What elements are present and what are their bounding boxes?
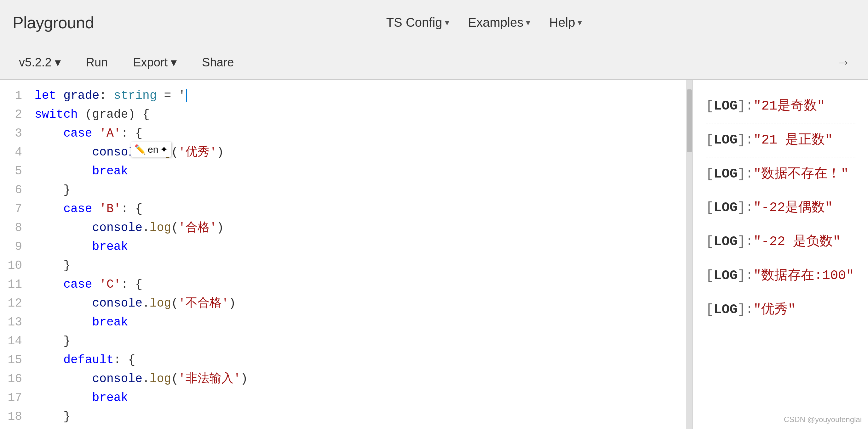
line-content: break [32, 237, 692, 256]
text-cursor [186, 89, 187, 102]
code-token [35, 164, 92, 178]
code-token: log [150, 372, 171, 386]
export-chevron: ▾ [171, 56, 177, 69]
code-token: let [35, 89, 63, 102]
code-token: break [92, 164, 128, 178]
log-bracket-close: ] [738, 301, 745, 319]
code-token [35, 391, 92, 404]
log-value: "数据不存在！" [753, 165, 848, 184]
code-line: 11 case 'C': { [0, 275, 692, 294]
scrollbar-thumb[interactable] [687, 89, 692, 152]
code-token: '合格' [178, 221, 217, 234]
line-content: } [32, 181, 692, 200]
collapse-button[interactable]: → [832, 51, 856, 73]
line-content: break [32, 162, 692, 181]
ime-tooltip: ✏️ en ✦ [131, 142, 172, 157]
line-content: break [32, 388, 692, 407]
help-chevron: ▾ [578, 17, 582, 28]
code-line: 6 } [0, 181, 692, 200]
line-number: 15 [0, 351, 32, 369]
code-token: console [35, 296, 143, 310]
version-button[interactable]: v5.2.2 ▾ [12, 52, 67, 72]
line-number: 19 [0, 426, 32, 429]
code-token: grade [63, 89, 99, 102]
code-token: case [35, 127, 92, 140]
log-value: "21是奇数" [753, 97, 825, 116]
line-content: switch (grade) { [32, 105, 692, 124]
code-token: break [92, 316, 128, 329]
log-entry: [LOG]: "21是奇数" [706, 89, 856, 123]
code-token: = ' [157, 89, 186, 102]
code-token: case [35, 202, 92, 216]
line-content: console.log('合格') [32, 219, 692, 237]
share-button[interactable]: Share [196, 53, 240, 72]
line-number: 5 [0, 162, 32, 181]
code-token: log [150, 296, 171, 310]
code-line: 3 case 'A': { [0, 124, 692, 143]
nav-item-tsconfig[interactable]: TS Config ▾ [380, 12, 456, 33]
nav-item-examples[interactable]: Examples ▾ [462, 12, 537, 33]
code-token [92, 277, 99, 291]
log-bracket-close: ] [738, 131, 745, 150]
code-area[interactable]: 1let grade: string = '2switch (grade) {3… [0, 80, 692, 429]
code-token: (grade) { [78, 108, 150, 121]
line-content: case 'C': { [32, 275, 692, 294]
log-colon: : [745, 301, 753, 319]
line-content: break [32, 313, 692, 332]
nav-item-help[interactable]: Help ▾ [543, 12, 588, 33]
line-number: 9 [0, 237, 32, 256]
log-colon: : [745, 97, 753, 116]
log-entry: [LOG]: "21 是正数" [706, 123, 856, 157]
version-label: v5.2.2 [19, 56, 52, 69]
line-number: 3 [0, 124, 32, 143]
version-chevron: ▾ [55, 56, 61, 69]
top-nav: Playground TS Config ▾ Examples ▾ Help ▾ [0, 0, 868, 45]
code-token: log [150, 221, 171, 234]
log-bracket-close: ] [738, 97, 745, 116]
code-line: 5 break [0, 162, 692, 181]
code-line: 14 } [0, 332, 692, 351]
code-token: : [99, 89, 114, 102]
code-token: ) [229, 296, 236, 310]
code-token: } [35, 410, 70, 423]
code-token: } [35, 183, 70, 197]
code-token: } [35, 259, 70, 272]
code-line: 13 break [0, 313, 692, 332]
toolbar-right: → [832, 51, 856, 73]
code-line: 7 case 'B': { [0, 200, 692, 219]
log-colon: : [745, 233, 753, 251]
line-content: console.log('不合格') [32, 294, 692, 313]
code-token: ( [171, 296, 178, 310]
log-bracket: [ [706, 267, 714, 285]
export-button[interactable]: Export ▾ [127, 52, 183, 72]
editor-scrollbar[interactable] [686, 80, 692, 429]
run-button[interactable]: Run [80, 53, 114, 72]
code-line: 9 break [0, 237, 692, 256]
code-line: 10 } [0, 256, 692, 275]
code-token: ) [217, 221, 224, 234]
output-panel: [LOG]: "21是奇数"[LOG]: "21 是正数"[LOG]: "数据不… [693, 80, 868, 429]
watermark: CSDN @youyoufenglai [784, 415, 862, 424]
code-token: break [92, 391, 128, 404]
code-token: case [35, 277, 92, 291]
line-content: } [32, 256, 692, 275]
log-entry: [LOG]: "-22 是负数" [706, 225, 856, 259]
code-line: 15 default: { [0, 351, 692, 369]
code-token: '不合格' [178, 296, 229, 310]
code-token: 'A' [99, 127, 121, 140]
line-number: 18 [0, 407, 32, 426]
line-number: 11 [0, 275, 32, 294]
log-value: "-22 是负数" [753, 233, 841, 251]
nav-menu: TS Config ▾ Examples ▾ Help ▾ [113, 12, 856, 33]
toolbar: v5.2.2 ▾ Run Export ▾ Share → [0, 45, 868, 80]
log-bracket-close: ] [738, 165, 745, 184]
app-title: Playground [12, 13, 94, 32]
log-colon: : [745, 131, 753, 150]
log-label: LOG [714, 165, 738, 184]
code-token: string [114, 89, 157, 102]
editor-panel[interactable]: 1let grade: string = '2switch (grade) {3… [0, 80, 693, 429]
code-token: . [143, 221, 150, 234]
log-bracket: [ [706, 97, 714, 116]
log-entry: [LOG]: "数据存在:100" [706, 259, 856, 293]
code-token: ) [217, 145, 224, 159]
